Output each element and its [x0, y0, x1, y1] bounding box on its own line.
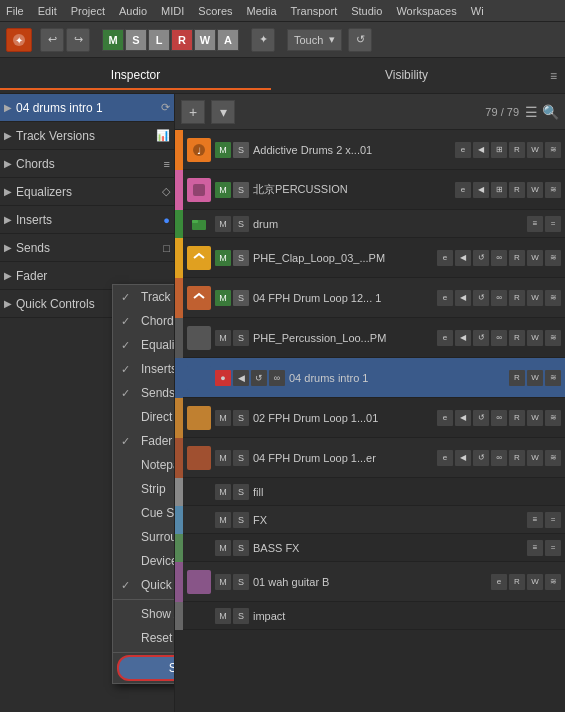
track-cycle-button[interactable]: ↺ — [251, 370, 267, 386]
table-row[interactable]: ♩ M S Addictive Drums 2 x...01 e ◀ ⊞ R W… — [175, 130, 565, 170]
track-wave-button[interactable]: ≋ — [545, 450, 561, 466]
track-grid-button[interactable]: ⊞ — [491, 142, 507, 158]
track-w-button[interactable]: W — [527, 290, 543, 306]
track-wave-button[interactable]: ≋ — [545, 182, 561, 198]
track-w-button[interactable]: W — [527, 250, 543, 266]
track-cycle-button[interactable]: ↺ — [473, 290, 489, 306]
track-cycle-button[interactable]: ↺ — [473, 450, 489, 466]
track-r-button[interactable]: R — [509, 450, 525, 466]
tab-inspector[interactable]: Inspector — [0, 62, 271, 90]
track-arrow-button[interactable]: ◀ — [233, 370, 249, 386]
track-s-button[interactable]: S — [233, 182, 249, 198]
track-r-button[interactable]: R — [509, 574, 525, 590]
track-m-button[interactable]: M — [215, 290, 231, 306]
track-m-button[interactable]: M — [215, 216, 231, 232]
track-arrow-button[interactable]: ◀ — [455, 330, 471, 346]
ctx-track-versions[interactable]: ✓ Track Versions — [113, 285, 175, 309]
track-s-button[interactable]: S — [233, 410, 249, 426]
mode-r-button[interactable]: R — [171, 29, 193, 51]
table-row[interactable]: ● ◀ ↺ ∞ 04 drums intro 1 R W ≋ — [175, 358, 565, 398]
track-r-button[interactable]: R — [509, 142, 525, 158]
track-m-button[interactable]: M — [215, 182, 231, 198]
track-arrow-button[interactable]: = — [545, 512, 561, 528]
track-rec-button[interactable]: ● — [215, 370, 231, 386]
inspector-section-track[interactable]: ▶ 04 drums intro 1 ⟳ — [0, 94, 174, 122]
table-row[interactable]: M S BASS FX ≡ = — [175, 534, 565, 562]
track-r-button[interactable]: R — [509, 250, 525, 266]
track-e-button[interactable]: e — [437, 250, 453, 266]
menu-media[interactable]: Media — [247, 5, 277, 17]
track-w-button[interactable]: W — [527, 182, 543, 198]
inspector-section-sends[interactable]: ▶ Sends □ — [0, 234, 174, 262]
ctx-show-all[interactable]: Show All — [113, 602, 175, 626]
track-w-button[interactable]: W — [527, 330, 543, 346]
track-cycle-button[interactable]: ↺ — [473, 410, 489, 426]
mode-s-button[interactable]: S — [125, 29, 147, 51]
menu-project[interactable]: Project — [71, 5, 105, 17]
track-s-button[interactable]: S — [233, 330, 249, 346]
table-row[interactable]: M S fill — [175, 478, 565, 506]
track-r-button[interactable]: R — [509, 410, 525, 426]
track-wave-button[interactable]: ≋ — [545, 250, 561, 266]
menu-file[interactable]: File — [6, 5, 24, 17]
cycle-button[interactable]: ↺ — [348, 28, 372, 52]
track-wave-button[interactable]: ≋ — [545, 574, 561, 590]
track-w-button[interactable]: W — [527, 370, 543, 386]
track-r-button[interactable]: R — [509, 182, 525, 198]
ctx-strip[interactable]: Strip — [113, 477, 175, 501]
track-s-button[interactable]: S — [233, 540, 249, 556]
track-m-button[interactable]: M — [215, 142, 231, 158]
track-arrow-button[interactable]: ◀ — [473, 142, 489, 158]
inspector-section-chords[interactable]: ▶ Chords ≡ — [0, 150, 174, 178]
ctx-chords[interactable]: ✓ Chords — [113, 309, 175, 333]
track-s-button[interactable]: S — [233, 608, 249, 624]
table-row[interactable]: M S 02 FPH Drum Loop 1...01 e ◀ ↺ ∞ R W … — [175, 398, 565, 438]
ctx-equalizers[interactable]: ✓ Equalizers — [113, 333, 175, 357]
ctx-notepad[interactable]: Notepad — [113, 453, 175, 477]
ctx-surround-pan[interactable]: Surround Pan — [113, 525, 175, 549]
track-m-button[interactable]: M — [215, 540, 231, 556]
track-arrow-button[interactable]: = — [545, 216, 561, 232]
track-e-button[interactable]: e — [437, 410, 453, 426]
table-row[interactable]: M S PHE_Percussion_Loo...PM e ◀ ↺ ∞ R W … — [175, 318, 565, 358]
track-m-button[interactable]: M — [215, 574, 231, 590]
track-s-button[interactable]: S — [233, 142, 249, 158]
track-m-button[interactable]: M — [215, 484, 231, 500]
ctx-reset-all[interactable]: Reset All — [113, 626, 175, 650]
undo-button[interactable]: ↩ — [40, 28, 64, 52]
inspector-settings-button[interactable]: ≡ — [542, 65, 565, 87]
track-m-button[interactable]: M — [215, 450, 231, 466]
track-s-button[interactable]: S — [233, 574, 249, 590]
track-e-button[interactable]: ≡ — [527, 216, 543, 232]
track-s-button[interactable]: S — [233, 450, 249, 466]
table-row[interactable]: M S 北京PERCUSSION e ◀ ⊞ R W ≋ — [175, 170, 565, 210]
track-inf-button[interactable]: ∞ — [269, 370, 285, 386]
track-inf-button[interactable]: ∞ — [491, 450, 507, 466]
ctx-cue-sends[interactable]: Cue Sends — [113, 501, 175, 525]
track-e-button[interactable]: e — [455, 142, 471, 158]
menu-edit[interactable]: Edit — [38, 5, 57, 17]
track-s-button[interactable]: S — [233, 216, 249, 232]
track-inf-button[interactable]: ∞ — [491, 330, 507, 346]
track-w-button[interactable]: W — [527, 574, 543, 590]
track-wave-button[interactable]: ≋ — [545, 410, 561, 426]
track-e-button[interactable]: e — [491, 574, 507, 590]
table-row[interactable]: M S 04 FPH Drum Loop 1...er e ◀ ↺ ∞ R W … — [175, 438, 565, 478]
track-arrow-button[interactable]: ◀ — [455, 250, 471, 266]
table-row[interactable]: M S drum ≡ = — [175, 210, 565, 238]
track-r-button[interactable]: R — [509, 290, 525, 306]
mode-w-button[interactable]: W — [194, 29, 216, 51]
ctx-quick-controls[interactable]: ✓ Quick Controls — [113, 573, 175, 597]
track-grid-button[interactable]: ⊞ — [491, 182, 507, 198]
track-m-button[interactable]: M — [215, 330, 231, 346]
menu-wi[interactable]: Wi — [471, 5, 484, 17]
track-wave-button[interactable]: ≋ — [545, 370, 561, 386]
inspector-section-track-versions[interactable]: ▶ Track Versions 📊 — [0, 122, 174, 150]
track-w-button[interactable]: W — [527, 450, 543, 466]
track-dropdown-button[interactable]: ▾ — [211, 100, 235, 124]
track-r-button[interactable]: R — [509, 370, 525, 386]
inspector-section-inserts[interactable]: ▶ Inserts ● — [0, 206, 174, 234]
inspector-section-equalizers[interactable]: ▶ Equalizers ◇ — [0, 178, 174, 206]
track-w-button[interactable]: W — [527, 142, 543, 158]
ctx-sends[interactable]: ✓ Sends — [113, 381, 175, 405]
